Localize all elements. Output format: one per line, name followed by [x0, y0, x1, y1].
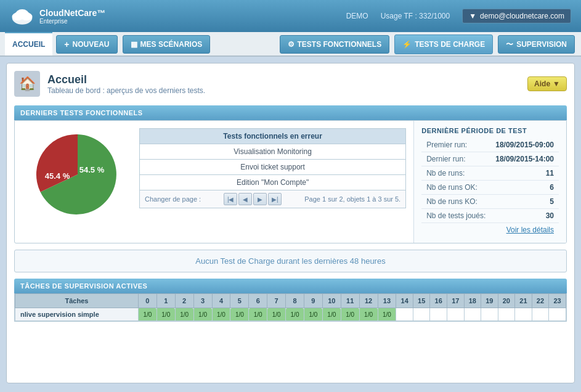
col-17: 17: [447, 294, 465, 308]
page-title: Accueil: [47, 73, 205, 86]
col-11: 11: [341, 294, 359, 308]
stat-nb-runs: Nb de runs: 11: [421, 166, 559, 181]
bolt-icon: ⚡: [402, 40, 412, 49]
col-0: 0: [138, 294, 156, 308]
stats-header: DERNIÈRE PÉRIODE DE TEST: [421, 127, 559, 134]
error-row-1[interactable]: Visualisation Monitoring: [139, 144, 406, 160]
logo-area: CloudNetCare™ Enterprise: [10, 5, 105, 27]
nav-tests-de-charge-label: TESTS DE CHARGE: [415, 40, 485, 49]
nav-tests-de-charge[interactable]: ⚡ TESTS DE CHARGE: [394, 35, 493, 54]
stat-premier-run: Premier run: 18/09/2015-09:00: [421, 138, 559, 152]
nav-accueil[interactable]: ACCUEIL: [5, 32, 52, 55]
supervision-header-row: Tâches 0 1 2 3 4 5 6 7 8 9 10 11 12: [15, 294, 566, 308]
header-info: DEMO Usage TF : 332/1000 ▼ demo@cloudnet…: [346, 9, 571, 23]
sup-cell-0-3: 1/0: [193, 308, 212, 321]
home-icon: 🏠: [14, 71, 40, 97]
pagination-buttons: |◀ ◀ ▶ ▶|: [224, 193, 282, 205]
last-page-button[interactable]: ▶|: [268, 193, 282, 205]
col-1: 1: [156, 294, 175, 308]
demo-label: DEMO: [346, 12, 368, 20]
sup-cell-0-23: [549, 308, 566, 321]
col-20: 20: [498, 294, 515, 308]
logo-text: CloudNetCare™ Enterprise: [39, 8, 105, 25]
col-12: 12: [359, 294, 378, 308]
user-menu-button[interactable]: ▼ demo@cloudnetcare.com: [462, 9, 571, 23]
aide-label: Aide: [534, 80, 550, 88]
wave-icon: 〜: [506, 39, 513, 50]
sup-cell-0-14: [396, 308, 413, 321]
supervision-header: TÂCHES DE SUPERVISION ACTIVES: [14, 279, 567, 293]
nav-supervision[interactable]: 〜 SUPERVISION: [498, 35, 575, 54]
nav-accueil-label: ACCUEIL: [12, 40, 45, 49]
next-page-button[interactable]: ▶: [253, 193, 267, 205]
supervision-content: Tâches 0 1 2 3 4 5 6 7 8 9 10 11 12: [14, 293, 567, 322]
voir-details-link[interactable]: Voir les détails: [421, 223, 559, 237]
prev-page-button[interactable]: ◀: [238, 193, 252, 205]
col-5: 5: [230, 294, 249, 308]
functional-tests-section: DERNIERS TESTS FONCTIONNELS: [14, 105, 567, 243]
chevron-down-icon: ▼: [553, 80, 560, 88]
stat-nb-runs-ok: Nb de runs OK: 6: [421, 181, 559, 195]
nav-nouveau[interactable]: + NOUVEAU: [56, 35, 117, 54]
col-7: 7: [267, 294, 286, 308]
sup-cell-0-1: 1/0: [156, 308, 175, 321]
user-email: demo@cloudnetcare.com: [480, 12, 564, 20]
stat-label-5: Nb de runs KO:: [421, 195, 490, 209]
pie-green-label: 54.5 %: [79, 165, 105, 174]
nav-mes-scenarios[interactable]: ▦ MES SCÉNARIOS: [123, 35, 211, 54]
error-row-2[interactable]: Envoi ticket support: [139, 160, 406, 175]
page-change-label: Changer de page :: [145, 195, 201, 203]
gear-icon: ⚙: [288, 40, 295, 49]
page-header: 🏠 Accueil Tableau de bord : aperçus de v…: [14, 71, 567, 97]
col-10: 10: [322, 294, 341, 308]
col-18: 18: [464, 294, 481, 308]
navbar: ACCUEIL + NOUVEAU ▦ MES SCÉNARIOS ⚙ TEST…: [0, 32, 581, 57]
col-6: 6: [249, 294, 267, 308]
sup-cell-0-20: [498, 308, 515, 321]
stat-value-3: 11: [490, 166, 559, 181]
sup-cell-0-19: [481, 308, 498, 321]
sup-cell-0-6: 1/0: [249, 308, 267, 321]
first-page-button[interactable]: |◀: [224, 193, 237, 205]
app-header: CloudNetCare™ Enterprise DEMO Usage TF :…: [0, 0, 581, 32]
error-table-title: Tests fonctionnels en erreur: [139, 128, 406, 144]
col-taches: Tâches: [15, 294, 139, 308]
functional-tests-content: 45.4 % 54.5 % Tests fonctionnels en erre…: [14, 120, 567, 243]
nav-tests-fonctionnels-label: TESTS FONCTIONNELS: [298, 40, 382, 49]
stat-value-1: 18/09/2015-09:00: [490, 138, 559, 152]
sup-cell-0-0: 1/0: [138, 308, 156, 321]
aide-button[interactable]: Aide ▼: [527, 76, 567, 91]
svg-point-3: [15, 9, 29, 19]
col-15: 15: [413, 294, 430, 308]
col-3: 3: [193, 294, 212, 308]
stat-value-5: 5: [490, 195, 559, 209]
supervision-title: TÂCHES DE SUPERVISION ACTIVES: [20, 282, 147, 290]
sup-cell-0-15: [413, 308, 430, 321]
error-row-3[interactable]: Edition "Mon Compte": [139, 175, 406, 190]
stat-nb-tests: Nb de tests joués: 30: [421, 209, 559, 223]
stat-label-4: Nb de runs OK:: [421, 181, 490, 195]
main-content: 🏠 Accueil Tableau de bord : aperçus de v…: [6, 63, 575, 383]
col-13: 13: [378, 294, 396, 308]
sup-cell-0-8: 1/0: [286, 308, 304, 321]
plus-icon: +: [64, 39, 69, 49]
col-2: 2: [175, 294, 193, 308]
col-23: 23: [549, 294, 566, 308]
col-16: 16: [430, 294, 447, 308]
stat-value-4: 6: [490, 181, 559, 195]
stat-label-2: Dernier run:: [421, 152, 490, 166]
sup-cell-0-9: 1/0: [304, 308, 322, 321]
sup-cell-0-22: [532, 308, 549, 321]
pagination-row: Changer de page : |◀ ◀ ▶ ▶| Page 1 sur 2…: [139, 190, 406, 208]
error-table-area: Tests fonctionnels en erreur Visualisati…: [139, 128, 406, 221]
stat-value-2: 18/09/2015-14:00: [490, 152, 559, 166]
page-title-area: Accueil Tableau de bord : aperçus de vos…: [47, 73, 205, 95]
sup-cell-0-13: 1/0: [378, 308, 396, 321]
col-4: 4: [212, 294, 230, 308]
usage-label: Usage TF : 332/1000: [381, 12, 450, 20]
stat-label-3: Nb de runs:: [421, 166, 490, 181]
nav-tests-fonctionnels[interactable]: ⚙ TESTS FONCTIONNELS: [280, 35, 390, 54]
nav-scenarios-label: MES SCÉNARIOS: [140, 40, 203, 49]
logo-icon: [10, 5, 35, 27]
stat-label-1: Premier run:: [421, 138, 490, 152]
